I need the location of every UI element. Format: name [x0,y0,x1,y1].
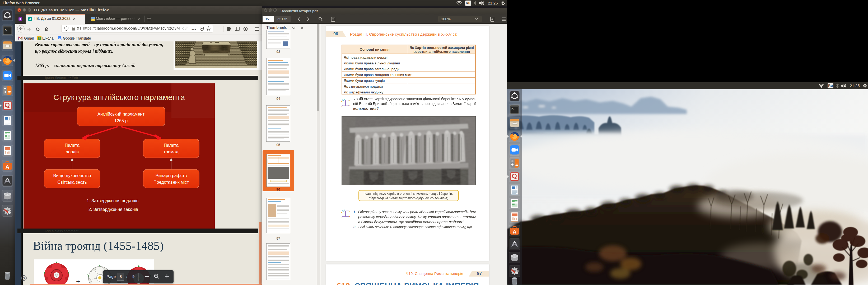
svg-text:>_: >_ [4,29,7,31]
svg-text:A: A [513,229,517,235]
svg-text:>_: >_ [512,108,514,110]
svg-text:Представник міст: Представник міст [153,180,189,184]
svg-text:1265 р: 1265 р [114,118,128,123]
svg-text:громад: громад [164,149,179,154]
svg-text:2. Затвердження законів: 2. Затвердження законів [89,207,138,212]
svg-text:Світська знать: Світська знать [57,180,87,184]
svg-text:A: A [5,164,9,170]
svg-text:лордів: лордів [65,149,79,154]
svg-text:Рицарі графств: Рицарі графств [156,173,187,178]
svg-text:Англійський парламент: Англійський парламент [97,112,145,116]
svg-text:Вище духовенство: Вище духовенство [53,173,91,178]
svg-text:1. Затвердження податків.: 1. Затвердження податків. [87,198,140,203]
svg-text:Палата: Палата [164,143,179,147]
svg-text:Палата: Палата [65,143,80,147]
svg-text:G: G [58,36,60,39]
